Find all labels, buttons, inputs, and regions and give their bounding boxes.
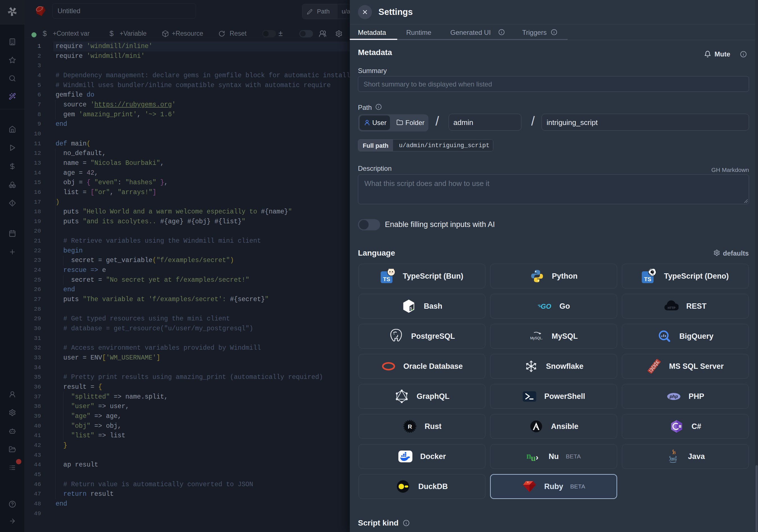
svg-text:Java: Java: [669, 457, 677, 462]
svg-text:HTTP: HTTP: [668, 306, 675, 309]
svg-text:GO: GO: [541, 302, 551, 310]
svg-text:n: n: [526, 451, 531, 461]
svg-text:R: R: [408, 423, 412, 430]
svg-text:›: ›: [536, 452, 538, 462]
svg-text:php: php: [669, 394, 678, 399]
svg-text:TS: TS: [644, 276, 651, 282]
svg-text:$: $: [410, 306, 412, 310]
svg-text:MySQL.: MySQL.: [530, 336, 543, 340]
svg-text:TS: TS: [383, 276, 390, 282]
svg-text:u: u: [531, 453, 536, 463]
